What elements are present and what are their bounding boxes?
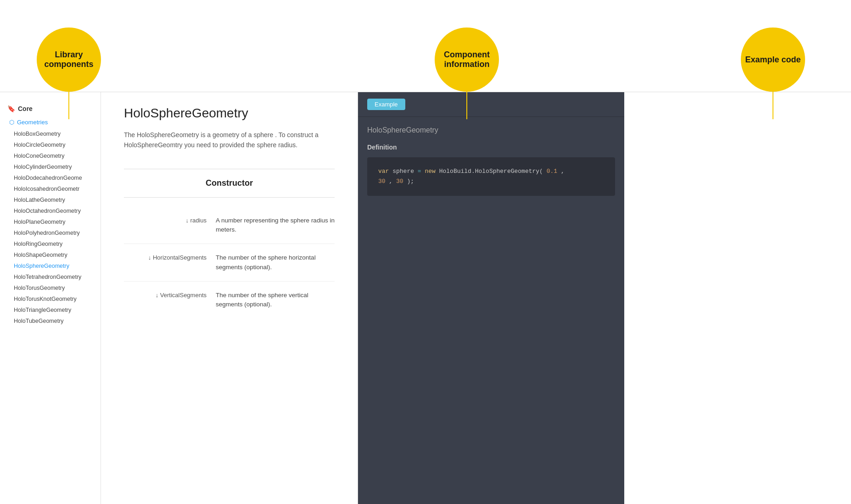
list-item[interactable]: HoloIcosahedronGeometr (0, 183, 101, 194)
list-item[interactable]: HoloTriangleGeometry (0, 305, 101, 316)
kw-new: new (425, 168, 435, 175)
code-panel-body: HoloSphereGeometry Definition var sphere… (358, 117, 624, 205)
list-item[interactable]: HoloShapeGeometry (0, 249, 101, 260)
param-name: ↓ VerticalSegments (124, 291, 207, 299)
example-code-label: Example code (745, 55, 801, 65)
constructor-row: ↓ VerticalSegmentsThe number of the sphe… (124, 282, 335, 319)
code-component-name: HoloSphereGeometry (367, 126, 615, 134)
list-item[interactable]: HoloDodecahedronGeome (0, 172, 101, 183)
divider-2 (124, 197, 335, 198)
list-item[interactable]: HoloTubeGeometry (0, 316, 101, 327)
code-definition-label: Definition (367, 144, 615, 151)
list-item[interactable]: HoloBoxGeometry (0, 128, 101, 139)
annotation-row: Library components Component information… (0, 0, 851, 92)
list-item[interactable]: HoloTorusGeometry (0, 282, 101, 294)
code-line-2: 30 , 30 ); (378, 177, 604, 187)
example-code-bubble: Example code (741, 28, 805, 92)
code-block: var sphere = new HoloBuild.HoloSphereGeo… (367, 157, 615, 196)
list-item[interactable]: HoloLatheGeometry (0, 194, 101, 205)
param-desc: A number representing the sphere radius … (216, 216, 335, 235)
kw-number-3: 30 (396, 178, 403, 185)
library-components-bubble: Library components (37, 28, 101, 92)
code-text-6: , (389, 178, 396, 185)
kw-var: var (378, 168, 389, 175)
sidebar-item-geometries[interactable]: ⬡ Geometries (0, 116, 101, 128)
code-text-7: ); (407, 178, 414, 185)
sidebar: 🔖 Core ⬡ Geometries HoloBoxGeometryHoloC… (0, 92, 101, 504)
code-line-1: var sphere = new HoloBuild.HoloSphereGeo… (378, 166, 604, 177)
list-item[interactable]: HoloConeGeometry (0, 150, 101, 161)
code-text-3: HoloBuild.HoloSphereGeometry( (439, 168, 547, 175)
list-item[interactable]: HoloSphereGeometry (0, 260, 101, 271)
info-panel: HoloSphereGeometry The HoloSphereGeometr… (101, 92, 358, 504)
list-item[interactable]: HoloTetrahedronGeometry (0, 271, 101, 282)
cube-icon: ⬡ (9, 119, 14, 126)
bookmark-icon: 🔖 (7, 105, 15, 112)
main-content: 🔖 Core ⬡ Geometries HoloBoxGeometryHoloC… (0, 92, 851, 504)
divider-1 (124, 169, 335, 169)
code-panel-header: Example (358, 92, 624, 117)
param-desc: The number of the sphere horizontal segm… (216, 253, 335, 272)
kw-assign: = (418, 168, 421, 175)
sidebar-items-container: HoloBoxGeometryHoloCircleGeometryHoloCon… (0, 128, 101, 327)
list-item[interactable]: HoloOctahedronGeometry (0, 205, 101, 216)
list-item[interactable]: HoloPolyhedronGeometry (0, 227, 101, 238)
list-item[interactable]: HoloTorusKnotGeometry (0, 294, 101, 305)
component-title: HoloSphereGeometry (124, 106, 335, 121)
param-name: ↓ HorizontalSegments (124, 253, 207, 261)
code-panel: Example HoloSphereGeometry Definition va… (358, 92, 624, 504)
list-item[interactable]: HoloCircleGeometry (0, 139, 101, 150)
component-information-bubble: Component information (435, 28, 499, 92)
sidebar-section-label: Core (18, 105, 33, 112)
list-item[interactable]: HoloCylinderGeometry (0, 161, 101, 172)
param-desc: The number of the sphere vertical segmen… (216, 291, 335, 310)
constructor-table: ↓ radiusA number representing the sphere… (124, 207, 335, 319)
component-information-label: Component information (435, 50, 499, 69)
code-text-4: , (561, 168, 565, 175)
page-wrapper: Library components Component information… (0, 0, 851, 504)
code-text-1: sphere (392, 168, 418, 175)
param-name: ↓ radius (124, 216, 207, 224)
kw-number-2: 30 (378, 178, 386, 185)
library-components-label: Library components (37, 50, 101, 69)
constructor-row: ↓ radiusA number representing the sphere… (124, 207, 335, 244)
sidebar-section-header: 🔖 Core (0, 101, 101, 116)
list-item[interactable]: HoloPlaneGeometry (0, 216, 101, 227)
constructor-label: Constructor (124, 178, 335, 188)
kw-number-1: 0.1 (547, 168, 557, 175)
list-item[interactable]: HoloRingGeometry (0, 238, 101, 249)
constructor-row: ↓ HorizontalSegmentsThe number of the sp… (124, 244, 335, 282)
component-description: The HoloSphereGeometry is a geometry of … (124, 130, 335, 150)
example-tab[interactable]: Example (367, 99, 405, 110)
geometries-label: Geometries (17, 119, 48, 126)
